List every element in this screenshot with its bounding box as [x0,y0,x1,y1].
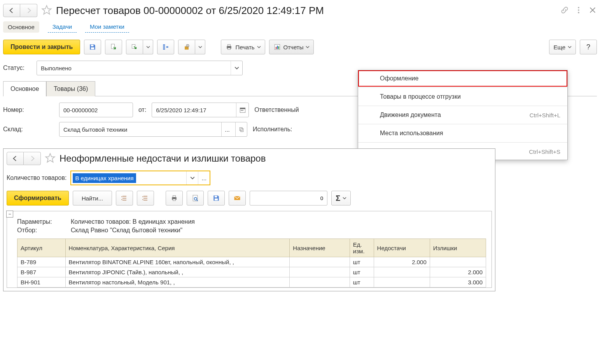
status-label: Статус: [3,64,33,71]
expand-button[interactable] [116,191,133,206]
svg-rect-22 [241,110,241,111]
svg-rect-31 [173,195,176,197]
svg-rect-9 [163,48,165,49]
svg-rect-4 [91,47,94,49]
status-select[interactable]: Выполнено [37,61,243,75]
save-icon-button[interactable] [208,191,225,206]
open-icon[interactable] [235,122,247,136]
print-label: Печать [235,44,254,51]
close-icon[interactable] [588,6,597,16]
report-output: − Параметры:Количество товаров: В единиц… [7,211,492,288]
report-forward-button[interactable] [24,152,41,165]
qty-select[interactable]: В единицах хранения ... [70,171,210,185]
table-row[interactable]: B-987Вентилятор JIPONIC (Тайв.), напольн… [17,267,486,277]
th-unit: Ед. изм. [350,239,374,257]
report-table: Артикул Номенклатура, Характеристика, Се… [17,239,486,287]
svg-rect-35 [215,196,217,197]
report-window: Неоформленные недостачи и излишки товаро… [3,148,495,291]
print-button[interactable]: Печать [221,40,265,54]
help-button[interactable]: ? [580,40,597,54]
svg-point-0 [578,7,579,8]
find-button[interactable]: Найти... [73,191,112,206]
ellipsis-icon[interactable]: ... [221,122,233,136]
svg-rect-17 [275,47,276,49]
svg-rect-21 [240,108,245,109]
responsible-label: Ответственный [254,106,299,113]
executor-label: Исполнитель: [253,126,292,133]
svg-rect-7 [163,44,165,45]
number-field[interactable]: 00-00000002 [59,103,133,117]
chevron-down-icon[interactable] [186,171,198,185]
sum-button[interactable]: Σ [331,191,351,206]
qty-label: Количество товаров: [7,174,66,181]
number-label: Номер: [3,106,54,113]
svg-point-2 [578,12,579,13]
th-name: Номенклатура, Характеристика, Серия [65,239,290,257]
report-title: Неоформленные недостачи и излишки товаро… [59,153,266,164]
collapse-icon[interactable]: − [6,211,13,218]
table-row[interactable]: BH-901Вентилятор настольный, Модель 901,… [17,277,486,287]
star-icon[interactable] [45,153,56,165]
window-title: Пересчет товаров 00-00000002 от 6/25/202… [56,5,324,17]
link-tab-main[interactable]: Основное [3,21,39,33]
status-value: Выполнено [41,65,72,71]
th-purpose: Назначение [290,239,350,257]
svg-rect-32 [173,199,176,201]
calendar-icon[interactable] [236,103,248,117]
save-button[interactable] [84,40,101,54]
svg-rect-15 [228,48,231,50]
menu-item-movements[interactable]: Движения документа Ctrl+Shift+L [358,107,567,123]
reports-button[interactable]: Отчеты [269,40,314,54]
title-row: Пересчет товаров 00-00000002 от 6/25/202… [3,4,597,17]
chevron-down-icon[interactable] [231,61,242,75]
back-button[interactable] [3,4,20,17]
svg-rect-10 [166,46,168,47]
qty-value: В единицах хранения [73,173,136,183]
build-button[interactable]: Сформировать [7,191,69,206]
th-shortage: Недостачи [374,239,430,257]
menu-item-design[interactable]: Оформление [358,70,567,87]
svg-rect-6 [132,44,135,48]
svg-rect-23 [242,110,243,111]
link-tab-tasks[interactable]: Задачи [48,21,77,33]
from-label: от: [138,106,146,113]
link-icon[interactable] [560,6,569,16]
star-icon[interactable] [41,5,52,17]
warehouse-field[interactable]: Склад бытовой техники ... [59,122,247,137]
date-field[interactable]: 6/25/2020 12:49:17 [152,103,249,117]
th-surplus: Излишки [430,239,486,257]
tab-main[interactable]: Основное [3,81,46,96]
svg-rect-25 [241,129,243,132]
ellipsis-icon[interactable]: ... [198,171,210,185]
report-back-button[interactable] [7,152,24,165]
sigma-icon: Σ [336,194,340,203]
collapse-button[interactable] [137,191,154,206]
create-based-on-button[interactable] [126,40,153,54]
more-button[interactable]: Еще [549,40,576,54]
kebab-icon[interactable] [574,6,583,16]
preview-icon-button[interactable] [187,191,204,206]
svg-rect-14 [228,44,231,46]
svg-rect-36 [215,199,218,200]
main-toolbar: Провести и закрыть Печать Отчеты Еще ? [3,40,597,54]
menu-item-shipping[interactable]: Товары в процессе отгрузки [358,89,567,105]
link-tab-notes[interactable]: Мои заметки [85,21,129,33]
svg-rect-24 [240,127,242,131]
link-tabs: Основное Задачи Мои заметки [3,21,597,33]
svg-rect-8 [163,46,165,47]
num-input[interactable] [250,191,327,206]
loading-button[interactable] [178,40,205,54]
svg-point-1 [578,9,579,11]
mail-icon-button[interactable] [229,191,246,206]
print-icon-button[interactable] [166,191,183,206]
structure-button[interactable] [157,40,174,54]
tab-goods[interactable]: Товары (36) [46,81,95,96]
menu-item-usages[interactable]: Места использования [358,125,567,141]
post-button[interactable] [105,40,122,54]
forward-button[interactable] [20,4,37,17]
post-and-close-button[interactable]: Провести и закрыть [3,40,80,54]
warehouse-label: Склад: [3,126,54,133]
table-row[interactable]: B-789Вентилятор BINATONE ALPINE 160вт, н… [17,257,486,267]
title-actions [560,6,597,16]
th-article: Артикул [17,239,66,257]
